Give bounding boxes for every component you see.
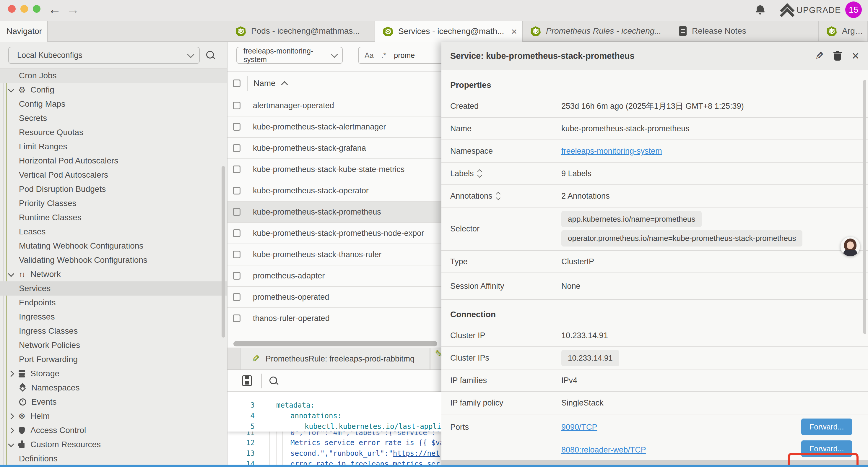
chevron-right-icon[interactable]: [8, 370, 14, 377]
sidebar-item-definitions[interactable]: Definitions: [0, 451, 227, 465]
sidebar-item-namespaces[interactable]: Namespaces: [0, 381, 227, 395]
sidebar-item-pod-disruption-budgets[interactable]: Pod Disruption Budgets: [0, 182, 227, 196]
window-maximize-button[interactable]: [33, 5, 40, 13]
sidebar-item-custom-resources[interactable]: Custom Resources: [0, 437, 227, 451]
table-row-kube-prometheus-stack-prometheus-node-ex[interactable]: kube-prometheus-stack-prometheus-node-ex…: [227, 223, 441, 244]
edit-button[interactable]: ✎: [815, 50, 824, 62]
sidebar-item-events[interactable]: Events: [0, 395, 227, 409]
table-search-input[interactable]: Aa .* prome: [358, 47, 441, 64]
upgrade-button[interactable]: UPGRADE: [780, 4, 841, 17]
sidebar-item-network-policies[interactable]: Network Policies: [0, 338, 227, 352]
tab-pods-icecheng-mathmas[interactable]: Pods - icecheng@mathmas...: [228, 21, 375, 41]
editor-tab-prometheusrule[interactable]: ✎ PrometheusRule: freeleaps-prod-rabbitm…: [240, 348, 430, 370]
sidebar-item-config-maps[interactable]: Config Maps: [0, 97, 227, 111]
sidebar-item-vertical-pod-autoscalers[interactable]: Vertical Pod Autoscalers: [0, 168, 227, 182]
table-row-alertmanager-operated[interactable]: alertmanager-operated: [227, 95, 441, 116]
kubeconfig-select[interactable]: Local Kubeconfigs: [8, 47, 200, 64]
table-row-prometheus-operated[interactable]: prometheus-operated: [227, 287, 441, 308]
close-drawer-button[interactable]: ×: [852, 51, 859, 61]
forward-button[interactable]: →: [66, 2, 80, 17]
regex-toggle[interactable]: .*: [381, 51, 386, 60]
sidebar-item-limit-ranges[interactable]: Limit Ranges: [0, 140, 227, 154]
port-link-9090-tcp[interactable]: 9090/TCP: [561, 423, 646, 432]
sidebar-item-validating-webhook-configurations[interactable]: Validating Webhook Configurations: [0, 253, 227, 267]
close-tab-icon[interactable]: ×: [511, 26, 517, 37]
tab-services-icecheng-math[interactable]: Services - icecheng@math...×: [375, 21, 523, 42]
sidebar-search-icon[interactable]: [206, 50, 216, 60]
row-checkbox[interactable]: [233, 293, 241, 301]
row-checkbox[interactable]: [233, 144, 241, 152]
sort-ascending-icon[interactable]: [281, 81, 288, 88]
sidebar-item-endpoints[interactable]: Endpoints: [0, 296, 227, 310]
back-button[interactable]: ←: [48, 2, 61, 17]
window-close-button[interactable]: [8, 5, 16, 13]
sidebar-scrollbar[interactable]: [222, 166, 225, 338]
sidebar-item-secrets[interactable]: Secrets: [0, 111, 227, 125]
tab-argo-se[interactable]: Argo Se: [819, 21, 868, 41]
table-row-kube-prometheus-stack-thanos-ruler[interactable]: kube-prometheus-stack-thanos-ruler: [227, 244, 441, 265]
sidebar-item-resource-quotas[interactable]: Resource Quotas: [0, 125, 227, 140]
row-checkbox[interactable]: [233, 123, 241, 130]
sort-icon[interactable]: [478, 170, 481, 177]
port-link-8080-reloader-web-tcp[interactable]: 8080:reloader-web/TCP: [561, 445, 646, 455]
table-row-thanos-ruler-operated[interactable]: thanos-ruler-operated: [227, 308, 441, 329]
sidebar-item-helm[interactable]: ☸Helm: [0, 409, 227, 423]
sidebar-item-port-forwarding[interactable]: Port Forwarding: [0, 352, 227, 367]
notification-badge[interactable]: 15: [845, 1, 862, 18]
table-row-kube-prometheus-stack-grafana[interactable]: kube-prometheus-stack-grafana: [227, 138, 441, 159]
window-minimize-button[interactable]: [20, 5, 28, 13]
sidebar-item-ingress-classes[interactable]: Ingress Classes: [0, 324, 227, 338]
sidebar-item-leases[interactable]: Leases: [0, 225, 227, 239]
namespace-filter-select[interactable]: freeleaps-monitoring-system: [236, 47, 343, 64]
code-link[interactable]: https://net: [393, 449, 440, 458]
column-header-name[interactable]: Name: [253, 79, 276, 88]
row-checkbox[interactable]: [233, 187, 241, 195]
row-checkbox[interactable]: [233, 208, 241, 216]
user-avatar[interactable]: [840, 237, 860, 256]
sidebar-item-horizontal-pod-autoscalers[interactable]: Horizontal Pod Autoscalers: [0, 154, 227, 168]
editor-tab-partial[interactable]: ✎: [431, 348, 441, 370]
row-checkbox[interactable]: [233, 272, 241, 280]
save-button[interactable]: [242, 375, 252, 386]
table-row-kube-prometheus-stack-alertmanager[interactable]: kube-prometheus-stack-alertmanager: [227, 116, 441, 138]
sidebar-item-ingresses[interactable]: Ingresses: [0, 310, 227, 324]
forward-button-9090-tcp[interactable]: Forward...: [801, 418, 852, 435]
sidebar-item-cron-jobs[interactable]: Cron Jobs: [0, 68, 227, 83]
sidebar-item-services[interactable]: Services: [0, 282, 227, 296]
table-horizontal-scrollbar[interactable]: [234, 341, 437, 346]
sidebar-item-runtime-classes[interactable]: Runtime Classes: [0, 210, 227, 225]
row-checkbox[interactable]: [233, 251, 241, 258]
select-all-checkbox[interactable]: [233, 80, 241, 87]
table-row-kube-prometheus-stack-kube-state-metrics[interactable]: kube-prometheus-stack-kube-state-metrics: [227, 159, 441, 180]
sidebar-item-priority-classes[interactable]: Priority Classes: [0, 196, 227, 210]
table-row-kube-prometheus-stack-prometheus[interactable]: kube-prometheus-stack-prometheus: [227, 202, 441, 223]
tab-navigator[interactable]: Navigator: [0, 21, 48, 42]
row-checkbox[interactable]: [233, 229, 241, 237]
forward-button-8080-reloader-web-tcp[interactable]: Forward...: [801, 440, 852, 457]
chevron-down-icon[interactable]: [8, 86, 14, 92]
match-case-toggle[interactable]: Aa: [365, 51, 374, 60]
chevron-down-icon[interactable]: [8, 441, 14, 447]
table-row-prometheus-adapter[interactable]: prometheus-adapter: [227, 265, 441, 287]
tab-prometheus-rules-icecheng[interactable]: Prometheus Rules - icecheng...: [523, 21, 671, 41]
sort-icon[interactable]: [497, 193, 500, 200]
sidebar-item-config[interactable]: ⚙Config: [0, 83, 227, 97]
sidebar-item-access-control[interactable]: Access Control: [0, 423, 227, 437]
sidebar-item-storage[interactable]: Storage: [0, 367, 227, 381]
row-checkbox[interactable]: [233, 102, 241, 109]
row-checkbox[interactable]: [233, 315, 241, 322]
chevron-right-icon[interactable]: [8, 413, 14, 419]
sidebar-item-mutating-webhook-configurations[interactable]: Mutating Webhook Configurations: [0, 239, 227, 253]
editor-search-button[interactable]: [269, 376, 279, 386]
sidebar-item-network[interactable]: ↑↓Network: [0, 267, 227, 282]
notifications-bell-icon[interactable]: [756, 5, 765, 13]
delete-button[interactable]: [833, 51, 842, 61]
tab-release-notes[interactable]: Release Notes: [671, 21, 819, 41]
chevron-down-icon[interactable]: [8, 270, 14, 276]
row-checkbox[interactable]: [233, 166, 241, 173]
drawer-scrollbar[interactable]: [863, 80, 866, 334]
chevron-right-icon[interactable]: [8, 427, 14, 433]
namespace-link[interactable]: freeleaps-monitoring-system: [561, 147, 662, 156]
yaml-editor[interactable]: 3metadata:4annotations:5kubectl.kubernet…: [227, 392, 441, 465]
table-row-kube-prometheus-stack-operator[interactable]: kube-prometheus-stack-operator: [227, 180, 441, 202]
